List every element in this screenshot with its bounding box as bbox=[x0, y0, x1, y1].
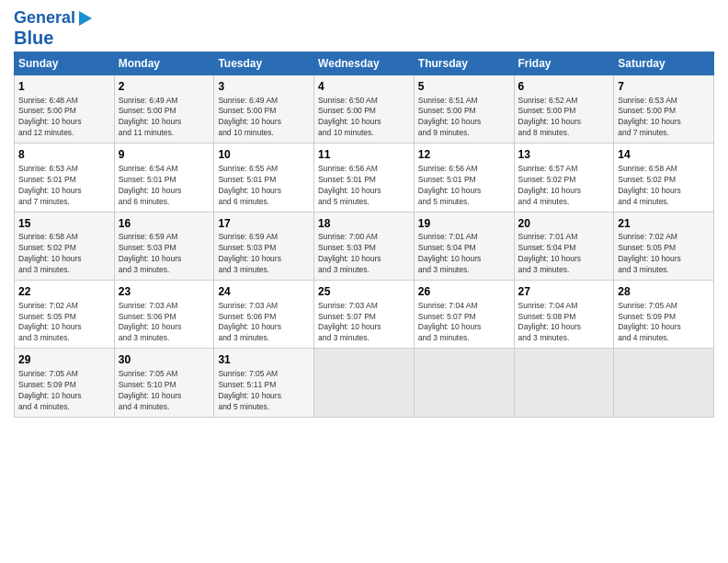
day-detail: Sunset: 5:03 PM bbox=[119, 243, 210, 254]
day-detail: Sunset: 5:07 PM bbox=[318, 312, 410, 323]
day-detail: Daylight: 10 hours bbox=[618, 186, 710, 197]
day-number: 15 bbox=[18, 216, 110, 232]
day-detail: and 4 minutes. bbox=[518, 197, 610, 208]
day-detail: Sunrise: 6:56 AM bbox=[318, 164, 410, 175]
day-detail: Sunset: 5:00 PM bbox=[518, 106, 610, 117]
day-detail: Sunrise: 7:03 AM bbox=[218, 301, 310, 312]
day-detail: Sunset: 5:04 PM bbox=[518, 243, 610, 254]
day-number: 16 bbox=[119, 216, 210, 232]
page-container: General Blue SundayMondayTuesdayWednesda… bbox=[0, 0, 728, 427]
day-detail: and 3 minutes. bbox=[119, 333, 210, 344]
day-number: 4 bbox=[318, 79, 410, 95]
day-cell: 6Sunrise: 6:52 AMSunset: 5:00 PMDaylight… bbox=[514, 75, 614, 143]
day-detail: Daylight: 10 hours bbox=[119, 254, 210, 265]
week-row-1: 1Sunrise: 6:48 AMSunset: 5:00 PMDaylight… bbox=[15, 75, 714, 143]
day-detail: Daylight: 10 hours bbox=[218, 322, 310, 333]
day-detail: Sunset: 5:00 PM bbox=[318, 106, 410, 117]
day-detail: and 5 minutes. bbox=[218, 402, 310, 413]
day-detail: Daylight: 10 hours bbox=[418, 186, 510, 197]
day-detail: Sunrise: 7:03 AM bbox=[318, 301, 410, 312]
day-detail: and 4 minutes. bbox=[119, 402, 210, 413]
day-detail: Daylight: 10 hours bbox=[418, 322, 510, 333]
day-cell: 25Sunrise: 7:03 AMSunset: 5:07 PMDayligh… bbox=[314, 280, 415, 348]
day-detail: Daylight: 10 hours bbox=[318, 186, 410, 197]
day-detail: Sunset: 5:10 PM bbox=[119, 380, 210, 391]
day-number: 31 bbox=[218, 352, 310, 368]
day-cell: 14Sunrise: 6:58 AMSunset: 5:02 PMDayligh… bbox=[614, 144, 714, 212]
day-cell: 22Sunrise: 7:02 AMSunset: 5:05 PMDayligh… bbox=[15, 280, 115, 348]
day-detail: Daylight: 10 hours bbox=[218, 391, 310, 402]
day-detail: Daylight: 10 hours bbox=[218, 186, 310, 197]
day-cell bbox=[314, 349, 415, 417]
calendar-table: SundayMondayTuesdayWednesdayThursdayFrid… bbox=[14, 52, 714, 418]
day-detail: and 3 minutes. bbox=[418, 333, 510, 344]
day-number: 21 bbox=[618, 216, 710, 232]
day-cell bbox=[614, 349, 714, 417]
day-detail: and 3 minutes. bbox=[119, 265, 210, 276]
day-cell: 8Sunrise: 6:53 AMSunset: 5:01 PMDaylight… bbox=[15, 144, 115, 212]
day-detail: and 6 minutes. bbox=[218, 197, 310, 208]
day-detail: Sunset: 5:04 PM bbox=[418, 243, 510, 254]
week-row-4: 22Sunrise: 7:02 AMSunset: 5:05 PMDayligh… bbox=[15, 280, 714, 348]
day-detail: Sunrise: 7:01 AM bbox=[518, 232, 610, 243]
header: General Blue bbox=[14, 9, 714, 48]
day-detail: and 12 minutes. bbox=[18, 128, 110, 139]
day-detail: Daylight: 10 hours bbox=[218, 117, 310, 128]
day-detail: Daylight: 10 hours bbox=[119, 391, 210, 402]
day-detail: Sunrise: 7:05 AM bbox=[119, 369, 210, 380]
day-detail: Sunrise: 6:51 AM bbox=[418, 96, 510, 107]
day-detail: and 3 minutes. bbox=[218, 265, 310, 276]
day-detail: Daylight: 10 hours bbox=[618, 117, 710, 128]
day-detail: Sunrise: 6:48 AM bbox=[18, 96, 110, 107]
day-detail: Daylight: 10 hours bbox=[618, 322, 710, 333]
day-number: 28 bbox=[618, 284, 710, 300]
day-cell: 11Sunrise: 6:56 AMSunset: 5:01 PMDayligh… bbox=[314, 144, 415, 212]
day-detail: Sunrise: 7:01 AM bbox=[418, 232, 510, 243]
day-detail: Daylight: 10 hours bbox=[18, 117, 110, 128]
day-detail: Sunset: 5:11 PM bbox=[218, 380, 310, 391]
day-number: 9 bbox=[119, 147, 210, 163]
day-detail: Sunrise: 7:02 AM bbox=[18, 301, 110, 312]
day-number: 24 bbox=[218, 284, 310, 300]
day-cell: 20Sunrise: 7:01 AMSunset: 5:04 PMDayligh… bbox=[514, 212, 614, 280]
col-header-thursday: Thursday bbox=[414, 52, 514, 75]
day-number: 29 bbox=[18, 352, 110, 368]
day-detail: Sunset: 5:00 PM bbox=[218, 106, 310, 117]
day-detail: Daylight: 10 hours bbox=[518, 322, 610, 333]
day-detail: Daylight: 10 hours bbox=[518, 186, 610, 197]
day-detail: Sunset: 5:09 PM bbox=[18, 380, 110, 391]
day-detail: and 10 minutes. bbox=[318, 128, 410, 139]
day-detail: Sunset: 5:07 PM bbox=[418, 312, 510, 323]
day-detail: Sunrise: 7:04 AM bbox=[518, 301, 610, 312]
day-detail: and 5 minutes. bbox=[418, 197, 510, 208]
day-detail: Sunrise: 6:53 AM bbox=[618, 96, 710, 107]
day-cell: 1Sunrise: 6:48 AMSunset: 5:00 PMDaylight… bbox=[15, 75, 115, 143]
day-detail: Sunrise: 6:54 AM bbox=[119, 164, 210, 175]
day-detail: and 11 minutes. bbox=[119, 128, 210, 139]
day-detail: and 7 minutes. bbox=[18, 197, 110, 208]
col-header-friday: Friday bbox=[514, 52, 614, 75]
day-number: 18 bbox=[318, 216, 410, 232]
day-detail: Sunset: 5:08 PM bbox=[518, 312, 610, 323]
day-number: 12 bbox=[418, 147, 510, 163]
day-number: 23 bbox=[119, 284, 210, 300]
day-detail: Daylight: 10 hours bbox=[119, 322, 210, 333]
day-number: 14 bbox=[618, 147, 710, 163]
day-detail: and 7 minutes. bbox=[618, 128, 710, 139]
day-cell: 30Sunrise: 7:05 AMSunset: 5:10 PMDayligh… bbox=[114, 349, 214, 417]
day-cell: 26Sunrise: 7:04 AMSunset: 5:07 PMDayligh… bbox=[414, 280, 514, 348]
day-number: 7 bbox=[618, 79, 710, 95]
day-detail: Daylight: 10 hours bbox=[318, 322, 410, 333]
logo-arrow-icon bbox=[79, 11, 92, 26]
day-detail: Daylight: 10 hours bbox=[218, 254, 310, 265]
day-detail: Daylight: 10 hours bbox=[318, 254, 410, 265]
day-detail: Sunrise: 6:55 AM bbox=[218, 164, 310, 175]
day-detail: Sunset: 5:05 PM bbox=[618, 243, 710, 254]
day-detail: Daylight: 10 hours bbox=[119, 117, 210, 128]
day-cell: 24Sunrise: 7:03 AMSunset: 5:06 PMDayligh… bbox=[214, 280, 314, 348]
day-detail: Sunset: 5:03 PM bbox=[218, 243, 310, 254]
day-detail: and 8 minutes. bbox=[518, 128, 610, 139]
day-detail: Sunrise: 7:05 AM bbox=[218, 369, 310, 380]
col-header-wednesday: Wednesday bbox=[314, 52, 415, 75]
day-cell: 23Sunrise: 7:03 AMSunset: 5:06 PMDayligh… bbox=[114, 280, 214, 348]
